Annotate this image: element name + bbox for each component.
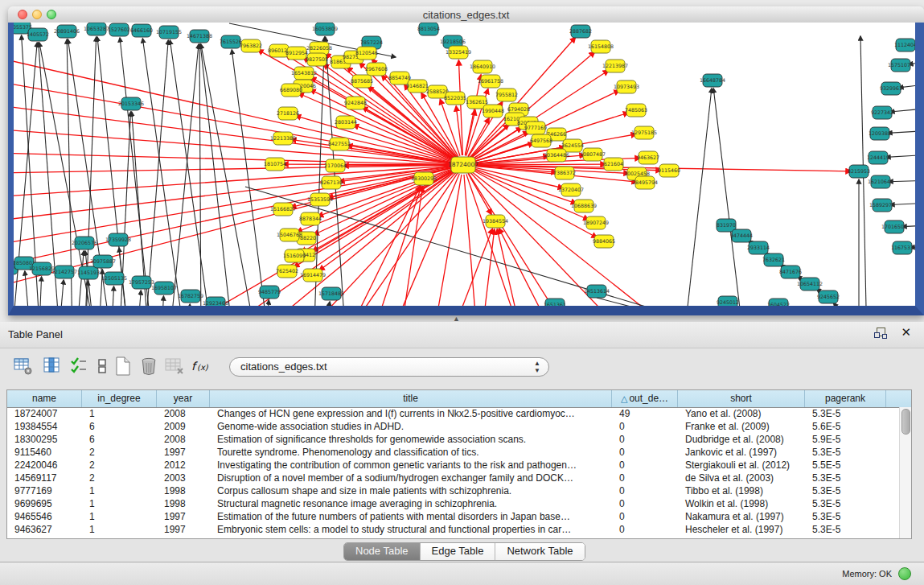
table-cell[interactable]: 0 bbox=[612, 433, 678, 446]
window-titlebar[interactable]: citations_edges.txt bbox=[8, 6, 924, 23]
graph-node[interactable]: 2887682 bbox=[569, 25, 592, 38]
graph-node[interactable]: 1405572 bbox=[27, 28, 49, 41]
graph-node[interactable]: 9485779 bbox=[258, 286, 281, 299]
graph-node[interactable]: 8878344 bbox=[299, 212, 322, 225]
table-cell[interactable]: 14569117 bbox=[7, 472, 82, 484]
graph-node[interactable]: 7963822 bbox=[240, 39, 262, 52]
float-panel-icon[interactable] bbox=[874, 328, 887, 340]
graph-node[interactable]: 7625402 bbox=[276, 265, 298, 278]
graph-node[interactable]: 9115460 bbox=[658, 164, 680, 177]
column-header-name[interactable]: name bbox=[7, 390, 82, 407]
graph-node[interactable]: 16782759 bbox=[178, 290, 203, 303]
table-cell[interactable]: 2 bbox=[82, 446, 157, 459]
table-cell[interactable]: 5.3E-5 bbox=[805, 472, 886, 484]
graph-node[interactable]: 16961758 bbox=[478, 75, 503, 88]
graph-node[interactable]: 15892971 bbox=[869, 199, 895, 212]
tab-node-table[interactable]: Node Table bbox=[344, 543, 421, 560]
table-cell[interactable]: 5.3E-5 bbox=[805, 484, 886, 497]
table-cell[interactable]: Yano et al. (2008) bbox=[678, 407, 805, 420]
hub-node[interactable]: 18724007 bbox=[448, 157, 478, 173]
table-cell[interactable]: Stergiakouli et al. (2012) bbox=[678, 459, 805, 472]
graph-node[interactable]: 9242848 bbox=[344, 97, 367, 109]
network-view-window[interactable]: citations_edges.txt 20553751405572208914… bbox=[8, 6, 924, 315]
graph-node[interactable]: 9146821 bbox=[406, 80, 429, 93]
graph-node[interactable]: 9777169 bbox=[524, 122, 547, 134]
table-row[interactable]: 946554611997Estimation of the future num… bbox=[7, 510, 900, 523]
graph-node[interactable]: 9827505 bbox=[306, 53, 328, 66]
graph-node[interactable]: 12213389 bbox=[270, 132, 296, 145]
citation-network-graph[interactable]: 2055375140557220891406106532871527602646… bbox=[14, 23, 915, 306]
table-cell[interactable]: 1 bbox=[82, 510, 157, 523]
table-cell[interactable]: Disruption of a novel member of a sodium… bbox=[210, 472, 612, 484]
graph-node[interactable]: 19384554 bbox=[483, 215, 508, 228]
table-cell[interactable]: 1997 bbox=[157, 510, 210, 523]
table-row[interactable]: 1938455462009Genome-wide association stu… bbox=[7, 420, 900, 433]
function-builder-icon[interactable]: f(x) bbox=[190, 356, 212, 378]
graph-node[interactable]: 12505135 bbox=[101, 272, 127, 285]
table-row[interactable]: 969969511998Structural magnetic resonanc… bbox=[7, 497, 900, 510]
graph-node[interactable]: 15353594 bbox=[307, 193, 333, 206]
graph-node[interactable]: 9474444 bbox=[730, 229, 753, 242]
graph-node[interactable]: 14513614 bbox=[584, 285, 610, 298]
table-cell[interactable]: 9699695 bbox=[7, 497, 82, 510]
table-row[interactable]: 977716911998Corpus callosum shape and si… bbox=[7, 484, 900, 497]
graph-node[interactable]: 16154808 bbox=[588, 40, 614, 53]
graph-node[interactable]: 20364486 bbox=[544, 149, 569, 162]
table-cell[interactable]: 5.3E-5 bbox=[805, 497, 886, 510]
table-cell[interactable]: 2003 bbox=[157, 472, 210, 484]
graph-node[interactable]: 12213987 bbox=[602, 60, 628, 72]
table-cell[interactable]: 18724007 bbox=[7, 407, 82, 420]
graph-node[interactable]: 1810754 bbox=[264, 158, 286, 171]
graph-node[interactable]: 20891406 bbox=[54, 25, 80, 38]
graph-node[interactable]: 10654112 bbox=[797, 278, 823, 290]
graph-node[interactable]: 16053809 bbox=[312, 23, 338, 35]
graph-node[interactable]: 15166827 bbox=[270, 203, 296, 216]
table-row[interactable]: 1830029562008Estimation of significance … bbox=[7, 433, 900, 446]
table-row[interactable]: 2242004622012Investigating the contribut… bbox=[7, 459, 900, 472]
graph-node[interactable]: 15751074 bbox=[888, 59, 914, 72]
table-cell[interactable]: 9777169 bbox=[7, 484, 82, 497]
table-cell[interactable]: 0 bbox=[612, 420, 678, 433]
table-cell[interactable]: 0 bbox=[612, 459, 678, 472]
table-cell[interactable]: Franke et al. (2009) bbox=[678, 420, 805, 433]
table-cell[interactable]: 49 bbox=[612, 407, 678, 420]
table-settings-icon[interactable] bbox=[13, 356, 35, 378]
table-cell[interactable]: 0 bbox=[612, 523, 678, 536]
graph-node[interactable]: 20153346 bbox=[118, 97, 144, 110]
network-canvas[interactable]: 2055375140557220891406106532871527602646… bbox=[14, 23, 915, 306]
graph-node[interactable]: 9245012 bbox=[717, 296, 739, 306]
table-cell[interactable]: Estimation of the future numbers of pati… bbox=[210, 510, 612, 523]
table-cell[interactable]: 9115460 bbox=[7, 446, 82, 459]
graph-node[interactable]: 1209388 bbox=[869, 127, 891, 140]
graph-node[interactable]: 20206576 bbox=[72, 237, 97, 249]
table-cell[interactable]: Dudbridge et al. (2008) bbox=[678, 433, 805, 446]
table-cell[interactable]: 9465546 bbox=[7, 510, 82, 523]
graph-node[interactable]: 8912954 bbox=[285, 47, 308, 60]
graph-node[interactable]: 10807487 bbox=[580, 148, 606, 161]
graph-node[interactable]: 1167533 bbox=[891, 241, 914, 254]
table-cell[interactable]: 2 bbox=[82, 459, 157, 472]
column-header-in_degree[interactable]: in_degree bbox=[82, 390, 157, 407]
table-row[interactable]: 1872400712008Changes of HCN gene express… bbox=[7, 407, 900, 420]
graph-node[interactable]: 7485063 bbox=[625, 104, 647, 117]
table-cell[interactable]: 5.9E-5 bbox=[805, 433, 886, 446]
table-row[interactable]: 1456911722003Disruption of a novel membe… bbox=[7, 472, 900, 484]
table-cell[interactable]: 1997 bbox=[157, 446, 210, 459]
table-cell[interactable]: Jankovic et al. (1997) bbox=[678, 446, 805, 459]
table-cell[interactable]: 9463627 bbox=[7, 523, 82, 536]
graph-node[interactable]: 1527602 bbox=[108, 23, 130, 36]
graph-node[interactable]: 7386372 bbox=[553, 167, 576, 179]
table-cell[interactable]: 2 bbox=[82, 472, 157, 484]
column-header-out_de[interactable]: △out_de… bbox=[612, 390, 678, 407]
graph-node[interactable]: 9227342 bbox=[871, 106, 893, 119]
table-cell[interactable]: 0 bbox=[612, 510, 678, 523]
table-cell[interactable]: de Silva et al. (2003) bbox=[678, 472, 805, 484]
column-header-short[interactable]: short bbox=[678, 390, 805, 407]
table-cell[interactable]: 5.3E-5 bbox=[805, 510, 886, 523]
rows-icon[interactable] bbox=[92, 356, 114, 378]
graph-node[interactable]: 2933114 bbox=[747, 241, 770, 254]
graph-node[interactable]: 18640910 bbox=[470, 60, 495, 73]
graph-node[interactable]: 10719155 bbox=[156, 26, 182, 39]
column-header-pagerank[interactable]: pagerank bbox=[805, 390, 886, 407]
table-cell[interactable]: 0 bbox=[612, 446, 678, 459]
